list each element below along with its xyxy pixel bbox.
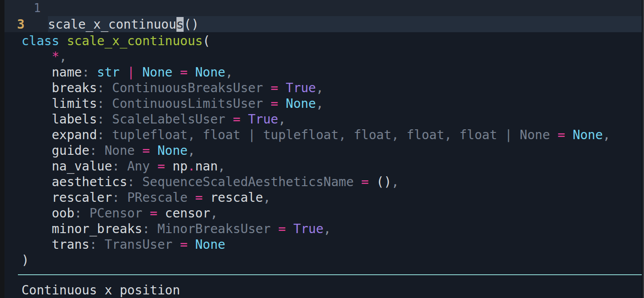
- signature-line: expand: tuplefloat, float | tuplefloat, …: [21, 127, 642, 143]
- code-token: [21, 159, 52, 174]
- code-token: =: [142, 143, 150, 158]
- code-token: [21, 237, 52, 252]
- code-token: [59, 34, 67, 48]
- code-token: True: [293, 221, 323, 236]
- code-token: ,: [210, 206, 218, 221]
- hover-signature-tooltip: class scale_x_continuous( *, name: str |…: [4, 32, 642, 298]
- code-token: tuplefloat, float | tuplefloat, float, f…: [112, 128, 550, 142]
- code-token: PCensor: [90, 206, 142, 221]
- editor-line-empty-code[interactable]: [48, 0, 642, 16]
- code-token: =: [180, 237, 188, 252]
- code-token: [188, 65, 195, 80]
- code-token: None: [195, 65, 225, 80]
- code-token: [21, 221, 52, 236]
- signature-line: trans: TransUser = None: [21, 237, 642, 252]
- code-token: ,: [323, 221, 331, 236]
- code-token: [120, 65, 127, 80]
- code-token: ContinuousBreaksUser: [112, 81, 263, 95]
- editor-area[interactable]: 1 3 scale_x_continuous(): [4, 0, 642, 32]
- code-token: [21, 128, 52, 142]
- signature-line: class scale_x_continuous(: [21, 33, 642, 49]
- docstring-summary: Continuous x position: [4, 282, 642, 298]
- code-token: =: [157, 159, 165, 174]
- code-token: :: [90, 237, 105, 252]
- code-token: [172, 65, 180, 80]
- code-token: ,: [391, 175, 399, 189]
- code-token: =: [361, 175, 369, 189]
- code-token: :: [112, 159, 127, 174]
- editor-line-current-code[interactable]: scale_x_continuous(): [48, 16, 642, 32]
- signature-line: minor_breaks: MinorBreaksUser = True,: [21, 221, 642, 237]
- code-token: (): [184, 17, 199, 32]
- signature-line: *,: [21, 49, 642, 64]
- code-editor-screen: 1 3 scale_x_continuous() class scale_x_c…: [0, 0, 644, 298]
- code-token: breaks: [52, 81, 97, 95]
- code-token: [278, 81, 286, 95]
- code-token: scale_x_continuou: [48, 17, 176, 32]
- code-token: rescale: [210, 190, 263, 205]
- code-token: guide: [52, 143, 89, 158]
- code-token: [172, 237, 180, 252]
- code-token: =: [233, 112, 240, 127]
- code-token: ,: [316, 81, 323, 95]
- code-token: :: [82, 65, 97, 80]
- code-token: ,: [218, 159, 225, 174]
- code-token: (): [376, 175, 391, 189]
- code-token: None: [142, 65, 172, 80]
- code-token: ): [21, 253, 29, 268]
- code-token: TransUser: [104, 237, 172, 252]
- code-token: :: [97, 96, 112, 111]
- code-token: [369, 175, 376, 189]
- editor-line-current[interactable]: 3 scale_x_continuous(): [4, 16, 642, 32]
- code-token: [157, 206, 165, 221]
- code-token: [21, 190, 52, 205]
- code-token: nan: [195, 159, 218, 174]
- code-token: None: [195, 237, 225, 252]
- code-token: MinorBreaksUser: [157, 221, 270, 236]
- code-token: :: [97, 128, 112, 142]
- signature-line: na_value: Any = np.nan,: [21, 158, 642, 174]
- code-token: ,: [59, 49, 67, 64]
- code-token: :: [142, 221, 158, 236]
- code-token: [270, 221, 278, 236]
- code-token: PRescale: [127, 190, 188, 205]
- signature-line: aesthetics: SequenceScaledAestheticsName…: [21, 174, 642, 190]
- scrollbar-track[interactable]: [642, 0, 644, 298]
- code-token: ,: [316, 96, 323, 111]
- code-token: aesthetics: [52, 175, 127, 189]
- code-token: trans: [52, 237, 89, 252]
- signature-line: name: str | None = None,: [21, 64, 642, 80]
- code-token: [21, 49, 52, 64]
- code-token: :: [97, 112, 112, 127]
- line-number-active: 3: [4, 16, 48, 32]
- code-token: class: [21, 34, 59, 48]
- editor-line-empty[interactable]: 1: [4, 0, 642, 16]
- code-token: [240, 112, 248, 127]
- code-token: =: [180, 65, 188, 80]
- code-token: ,: [263, 190, 270, 205]
- code-token: [21, 143, 52, 158]
- code-token: ,: [603, 128, 610, 142]
- code-token: censor: [165, 206, 210, 221]
- code-token: True: [248, 112, 278, 127]
- code-token: =: [558, 128, 565, 142]
- code-token: :: [127, 175, 142, 189]
- code-token: [21, 65, 52, 80]
- code-token: ,: [188, 143, 195, 158]
- code-token: ,: [225, 65, 233, 80]
- code-token: [21, 96, 52, 111]
- code-token: str: [97, 65, 120, 80]
- tooltip-divider: [18, 274, 642, 275]
- code-token: [263, 96, 270, 111]
- code-token: expand: [52, 128, 97, 142]
- code-token: [21, 81, 52, 95]
- code-token: =: [150, 206, 158, 221]
- code-token: scale_x_continuous: [67, 34, 202, 48]
- code-token: [165, 159, 172, 174]
- signature-line: breaks: ContinuousBreaksUser = True,: [21, 80, 642, 96]
- code-token: =: [270, 81, 278, 95]
- code-token: rescaler: [52, 190, 112, 205]
- code-token: [135, 65, 142, 80]
- code-token: np: [172, 159, 188, 174]
- code-token: ,: [278, 112, 286, 127]
